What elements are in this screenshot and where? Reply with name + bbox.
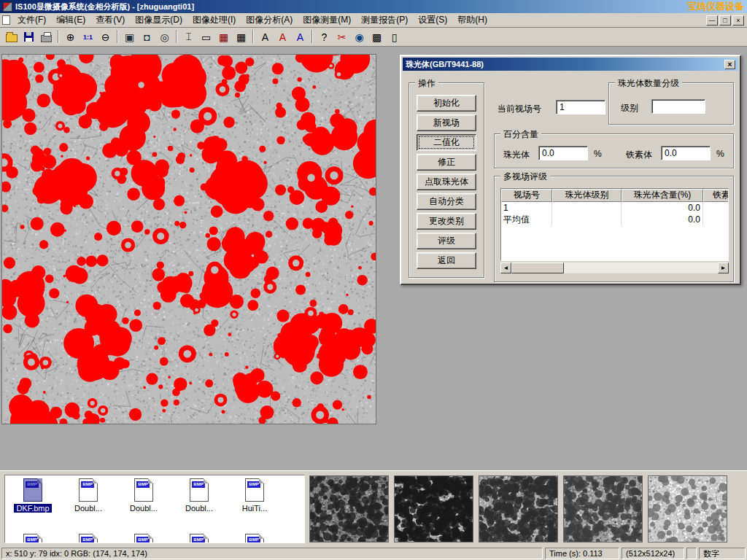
table-row[interactable]: 平均值0.0 [501, 214, 728, 225]
table-row[interactable]: 10.0 [501, 202, 728, 214]
child-document-icon[interactable] [2, 15, 10, 25]
toolbar: ⊕1:1⊖▣◘◎⌶▭▦▦AAA?✂◉▩▯ [0, 28, 747, 47]
multifield-group: 多视场评级 视场号珠光体级别珠光体含量(%)铁素 10.0平均值0.0 ◄ ► [494, 176, 734, 282]
child-close-button[interactable]: × [732, 15, 744, 26]
pearlite-percent-input[interactable] [538, 146, 588, 160]
bmp-file-icon: BMP [23, 478, 42, 502]
preview-icon[interactable]: ◉ [351, 29, 368, 45]
thumbnail-4[interactable] [563, 475, 643, 542]
capture-icon[interactable]: ◎ [156, 29, 173, 45]
thumbnail-3[interactable] [479, 475, 558, 542]
file-row: BMPDKF.bmpBMPDoubl...BMPDoubl...BMPDoubl… [5, 475, 304, 513]
multifield-group-label: 多视场评级 [500, 171, 550, 183]
op-button-8[interactable]: 返回 [417, 252, 476, 269]
multifield-table[interactable]: 视场号珠光体级别珠光体含量(%)铁素 10.0平均值0.0 [500, 188, 729, 261]
save-icon[interactable] [20, 29, 37, 45]
current-field-input[interactable] [556, 100, 605, 114]
file-name: Doubl... [183, 504, 215, 513]
zoom-in-icon[interactable]: ⊕ [62, 29, 79, 45]
menu-item-5[interactable]: 图像分析(A) [241, 12, 298, 28]
file-item-Doubl...[interactable]: BMPDoubl... [171, 478, 227, 513]
camera-icon[interactable]: ◘ [139, 29, 155, 45]
grid-small-icon[interactable]: ▩ [368, 29, 385, 45]
page-fold-icon [93, 534, 98, 539]
selection-overlay [23, 478, 42, 502]
open-icon[interactable] [3, 29, 20, 45]
file-name: Doubl... [128, 504, 160, 513]
table-horizontal-scrollbar[interactable]: ◄ ► [500, 262, 729, 273]
print-icon[interactable] [38, 29, 55, 45]
scroll-left-icon[interactable]: ◄ [500, 262, 511, 273]
op-button-0[interactable]: 初始化 [417, 95, 476, 112]
menu-item-3[interactable]: 图像显示(D) [130, 12, 187, 28]
dialog-body: 操作 初始化新视场二值化修正点取珠光体自动分类更改类别评级返回 当前视场号 珠光… [401, 72, 740, 285]
table-header-2[interactable]: 珠光体含量(%) [622, 189, 703, 202]
menu-item-7[interactable]: 测量报告(P) [356, 12, 413, 28]
metallograph-image[interactable] [1, 54, 376, 424]
bmp-file-icon: BMP [190, 478, 209, 502]
thumbnail-2[interactable] [394, 475, 473, 542]
child-minimize-button[interactable]: — [706, 15, 718, 26]
cut-icon[interactable]: ✂ [333, 29, 350, 45]
text-blue-icon[interactable]: A [292, 29, 309, 45]
report-table-icon[interactable]: ▦ [215, 29, 232, 45]
op-button-2[interactable]: 二值化 [417, 134, 476, 151]
file-list[interactable]: BMPDKF.bmpBMPDoubl...BMPDoubl...BMPDoubl… [4, 475, 305, 543]
help-icon[interactable]: ? [316, 29, 333, 45]
scrollbar-thumb[interactable] [511, 262, 564, 273]
bmp-file-icon: BMP [134, 534, 153, 543]
file-item-partial[interactable]: BMP [171, 534, 227, 543]
op-button-1[interactable]: 新视场 [417, 114, 476, 131]
op-button-3[interactable]: 修正 [417, 154, 476, 171]
table-body: 10.0平均值0.0 [501, 202, 728, 225]
file-item-partial[interactable]: BMP [5, 534, 61, 543]
table-header-0[interactable]: 视场号 [501, 189, 552, 202]
file-item-DKF.bmp[interactable]: BMPDKF.bmp [5, 478, 61, 513]
table-header-1[interactable]: 珠光体级别 [552, 189, 622, 202]
file-item-partial[interactable]: BMP [227, 534, 282, 543]
page-fold-icon [37, 534, 42, 539]
ferrite-percent-input[interactable] [661, 146, 711, 160]
menu-item-8[interactable]: 设置(S) [413, 12, 452, 28]
file-item-partial[interactable]: BMP [116, 534, 171, 543]
scroll-right-icon[interactable]: ► [718, 262, 729, 273]
scrollbar-track[interactable] [564, 262, 718, 273]
grade-input[interactable] [651, 99, 705, 114]
op-button-7[interactable]: 评级 [417, 233, 476, 249]
title-bar: IS100显微摄像系统(金相分析版) - [zhuguangti01] 宝鸡仪器… [0, 0, 747, 13]
actual-size-icon[interactable]: 1:1 [80, 29, 96, 45]
menu-item-0[interactable]: 文件(F) [12, 12, 51, 28]
menu-item-4[interactable]: 图像处理(I) [187, 12, 241, 28]
thumbnail-5[interactable] [648, 475, 727, 542]
file-item-HuiTi...[interactable]: BMPHuiTi... [227, 478, 282, 513]
bmp-file-icon: BMP [79, 534, 98, 543]
thumbnail-1[interactable] [309, 475, 389, 542]
file-item-Doubl...[interactable]: BMPDoubl... [116, 478, 171, 513]
menu-item-2[interactable]: 查看(V) [90, 12, 130, 28]
menu-item-6[interactable]: 图像测量(M) [298, 12, 356, 28]
child-window-controls: — □ × [706, 15, 747, 26]
text-red-icon[interactable]: A [274, 29, 291, 45]
vruler-icon[interactable]: ▯ [386, 29, 403, 45]
file-name: DKF.bmp [14, 504, 51, 513]
toolbar-separator [115, 30, 120, 44]
file-item-Doubl...[interactable]: BMPDoubl... [61, 478, 116, 513]
ruler-icon[interactable]: ▭ [198, 29, 214, 45]
caliper-icon[interactable]: ⌶ [180, 29, 197, 45]
child-restore-button[interactable]: □ [719, 15, 731, 26]
file-name: Doubl... [72, 504, 104, 513]
file-item-partial[interactable]: BMP [61, 534, 116, 543]
grid-icon[interactable]: ▦ [233, 29, 249, 45]
dialog-close-button[interactable]: × [724, 60, 735, 69]
display-icon[interactable]: ▣ [121, 29, 138, 45]
menu-item-1[interactable]: 编辑(E) [51, 12, 90, 28]
table-header-3[interactable]: 铁素 [703, 189, 729, 202]
window-title: IS100显微摄像系统(金相分析版) - [zhuguangti01] [15, 1, 194, 12]
op-button-5[interactable]: 自动分类 [417, 193, 476, 210]
menu-item-9[interactable]: 帮助(H) [452, 12, 492, 28]
zoom-out-icon[interactable]: ⊖ [97, 29, 114, 45]
dialog-title-bar[interactable]: 珠光体(GB/T9441-88) × [403, 58, 738, 71]
op-button-6[interactable]: 更改类别 [417, 213, 476, 230]
op-button-4[interactable]: 点取珠光体 [417, 174, 476, 190]
text-icon[interactable]: A [257, 29, 274, 45]
